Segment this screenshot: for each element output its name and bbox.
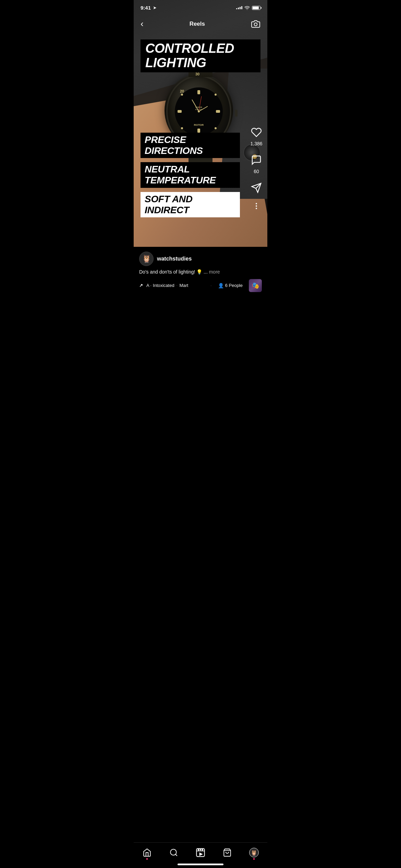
music-song: A · Intoxicated [146, 283, 174, 288]
info-area: 🦉 watchstudies Do's and don'ts of lighti… [134, 247, 267, 296]
music-thumbnail[interactable]: 🎭 [249, 279, 262, 292]
caption-row: Do's and don'ts of lighting! 💡 ... more [139, 269, 262, 276]
watch-brand: TUDORBLACK BAY [189, 106, 209, 120]
status-icons [236, 5, 260, 11]
music-separator: · [177, 284, 178, 287]
music-arrow-icon: ↗ [139, 283, 143, 288]
like-count: 1,386 [250, 141, 262, 146]
bezel-20: 20 [180, 89, 184, 93]
battery-icon [252, 6, 260, 10]
sub-title-2: NEUTRAL TEMPERATURE [141, 162, 240, 188]
text-overlay-bottom: PRECISE DIRECTIONS NEUTRAL TEMPERATURE S… [141, 133, 240, 219]
people-info: 👤 6 People [218, 283, 243, 288]
caption-text: Do's and don'ts of lighting! 💡 ... [139, 269, 208, 275]
more-caption-button[interactable]: more [209, 269, 220, 275]
main-title-text: CONTROLLED LIGHTING [141, 39, 260, 72]
send-icon [251, 182, 262, 193]
music-people-separator: · [210, 283, 212, 288]
music-row[interactable]: ↗ A · Intoxicated · Mart · 👤 6 People 🎭 [139, 279, 262, 292]
video-area[interactable]: TUDORBLACK BAY ROTOR 30 20 CONTROLLED LI… [134, 0, 267, 247]
comment-count: 60 [254, 169, 259, 174]
heart-icon [251, 127, 262, 138]
status-bar: 9:41 ➤ [134, 0, 267, 13]
more-button[interactable] [256, 203, 257, 209]
status-time: 9:41 [141, 5, 151, 11]
share-button[interactable] [250, 181, 263, 195]
comment-icon [251, 155, 262, 166]
top-nav: ‹ Reels [134, 15, 267, 33]
camera-icon [251, 20, 260, 28]
comment-button[interactable]: 60 [250, 153, 263, 174]
avatar-icon: 🦉 [142, 254, 151, 263]
music-thumb-image: 🎭 [252, 282, 259, 289]
people-icon: 👤 [218, 283, 224, 288]
username[interactable]: watchstudies [157, 256, 192, 262]
camera-button[interactable] [251, 19, 260, 29]
sub-title-1: PRECISE DIRECTIONS [141, 133, 240, 158]
svg-point-0 [254, 23, 257, 26]
page-title: Reels [190, 21, 205, 27]
sub-title-3: SOFT AND INDIRECT [141, 192, 240, 217]
user-row: 🦉 watchstudies [139, 252, 262, 266]
location-arrow-icon: ➤ [153, 5, 157, 10]
back-button[interactable]: ‹ [141, 19, 144, 29]
signal-icon [236, 6, 242, 9]
people-count: 6 People [225, 283, 243, 288]
action-buttons: 1,386 60 [250, 125, 263, 209]
text-overlay-top: CONTROLLED LIGHTING [141, 39, 260, 72]
music-info: A · Intoxicated · Mart [146, 283, 204, 288]
bezel-30: 30 [195, 72, 199, 76]
wifi-icon [244, 5, 250, 11]
like-button[interactable]: 1,386 [250, 125, 263, 146]
avatar[interactable]: 🦉 [139, 252, 154, 266]
music-artist: Mart [179, 283, 188, 288]
